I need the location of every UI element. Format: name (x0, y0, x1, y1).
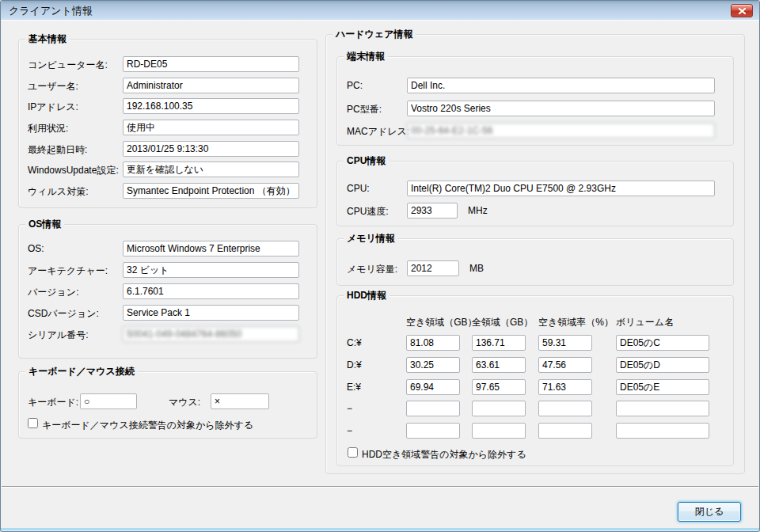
keyboard-mouse-exclude-label[interactable]: キーボード／マウス接続警告の対象から除外する (42, 419, 253, 432)
pc-maker-field[interactable] (407, 78, 715, 93)
hdd-exclude-checkbox[interactable] (348, 447, 358, 458)
hdd-free-field[interactable] (406, 335, 460, 351)
memory-capacity-label: メモリ容量: (347, 263, 397, 276)
architecture-label: アーキテクチャー: (28, 264, 108, 278)
memory-capacity-field[interactable] (407, 260, 459, 276)
cpu-speed-unit: MHz (468, 205, 488, 216)
hdd-volume-field[interactable] (616, 423, 709, 439)
computer-name-label: コンピューター名: (28, 59, 108, 72)
cpu-field[interactable] (407, 180, 715, 196)
keyboard-mouse-group-title: キーボード／マウス接続 (25, 365, 138, 378)
window-bottom-border (1, 528, 759, 530)
client-info-dialog: クライアント情報 基本情報 コンピューター名: ユーザー名: IPアドレス: 利… (0, 0, 760, 532)
hdd-drive-label: D:¥ (347, 359, 362, 370)
mouse-status-field[interactable] (211, 393, 269, 409)
memory-info-group: メモリ情報 (336, 238, 734, 286)
keyboard-status-field[interactable] (80, 393, 137, 409)
hdd-rate-field[interactable] (538, 335, 592, 351)
user-name-label: ユーザー名: (28, 80, 78, 93)
hdd-volume-field[interactable] (616, 335, 709, 351)
serial-number-field[interactable] (123, 326, 299, 342)
usage-status-label: 利用状況: (28, 122, 68, 135)
ip-address-field[interactable] (123, 98, 299, 114)
os-info-group-title: OS情報 (25, 218, 64, 231)
hdd-free-field[interactable] (406, 423, 460, 439)
cpu-speed-field[interactable] (407, 203, 458, 218)
version-field[interactable] (123, 283, 299, 299)
memory-capacity-unit: MB (469, 263, 484, 274)
hdd-drive-label: C:¥ (347, 337, 362, 348)
keyboard-mouse-exclude-checkbox[interactable] (28, 418, 38, 428)
cpu-label: CPU: (347, 183, 370, 194)
hdd-free-field[interactable] (406, 379, 460, 395)
hdd-rate-field[interactable] (538, 423, 592, 439)
hdd-total-field[interactable] (472, 401, 526, 416)
antivirus-field[interactable] (123, 183, 299, 199)
memory-info-group-title: メモリ情報 (344, 232, 398, 245)
hdd-rate-field[interactable] (538, 379, 592, 395)
antivirus-label: ウィルス対策: (28, 185, 88, 199)
hdd-exclude-label[interactable]: HDD空き領域警告の対象から除外する (362, 448, 526, 462)
hdd-rate-field[interactable] (538, 357, 592, 373)
close-button[interactable] (731, 4, 753, 17)
version-label: バージョン: (28, 286, 78, 299)
pc-model-field[interactable] (407, 101, 715, 116)
terminal-info-group-title: 端末情報 (344, 50, 388, 63)
usage-status-field[interactable] (123, 120, 299, 135)
os-field[interactable] (123, 241, 299, 256)
windows-update-label: WindowsUpdate設定: (28, 164, 119, 177)
mouse-label: マウス: (169, 396, 200, 409)
csd-version-field[interactable] (123, 305, 299, 321)
hdd-rate-field[interactable] (538, 401, 592, 416)
hdd-col-volume: ボリューム名 (616, 316, 674, 329)
cpu-info-group-title: CPU情報 (344, 154, 389, 168)
hdd-volume-field[interactable] (616, 379, 709, 395)
hdd-free-field[interactable] (406, 401, 460, 416)
hardware-info-group-title: ハードウェア情報 (332, 28, 416, 41)
keyboard-label: キーボード: (28, 396, 78, 409)
hdd-free-field[interactable] (406, 357, 460, 373)
hdd-total-field[interactable] (472, 379, 526, 395)
hdd-col-free: 空き領域（GB） (406, 316, 477, 329)
windows-update-field[interactable] (123, 162, 299, 177)
close-icon (739, 8, 746, 14)
last-boot-field[interactable] (123, 141, 299, 157)
hdd-total-field[interactable] (472, 357, 526, 373)
hdd-col-rate: 空き領域率（%） (538, 316, 614, 329)
hdd-total-field[interactable] (472, 335, 526, 351)
hdd-volume-field[interactable] (616, 401, 709, 416)
footer-divider-highlight (2, 487, 758, 488)
hdd-col-total: 全領域（GB） (472, 316, 533, 329)
window-title: クライアント情報 (9, 1, 93, 21)
close-dialog-button[interactable]: 閉じる (678, 502, 741, 522)
csd-version-label: CSDバージョン: (28, 307, 99, 321)
user-name-field[interactable] (123, 78, 299, 93)
computer-name-field[interactable] (123, 56, 299, 72)
basic-info-group-title: 基本情報 (25, 32, 70, 46)
hdd-drive-label: − (347, 403, 352, 414)
hdd-volume-field[interactable] (616, 357, 709, 373)
title-bar[interactable]: クライアント情報 (1, 1, 759, 21)
cpu-speed-label: CPU速度: (347, 205, 389, 218)
hdd-drive-label: − (347, 425, 352, 436)
hdd-drive-label: E:¥ (347, 382, 361, 393)
mac-address-label: MACアドレス: (347, 125, 409, 139)
pc-model-label: PC型番: (347, 103, 382, 116)
ip-address-label: IPアドレス: (28, 101, 78, 114)
serial-number-label: シリアル番号: (28, 329, 88, 342)
last-boot-label: 最終起動日時: (28, 143, 87, 157)
hdd-info-group-title: HDD情報 (344, 289, 390, 302)
pc-maker-label: PC: (347, 80, 363, 91)
mac-address-field[interactable] (407, 123, 715, 139)
hdd-total-field[interactable] (472, 423, 526, 439)
os-label: OS: (28, 243, 44, 254)
architecture-field[interactable] (123, 262, 299, 278)
